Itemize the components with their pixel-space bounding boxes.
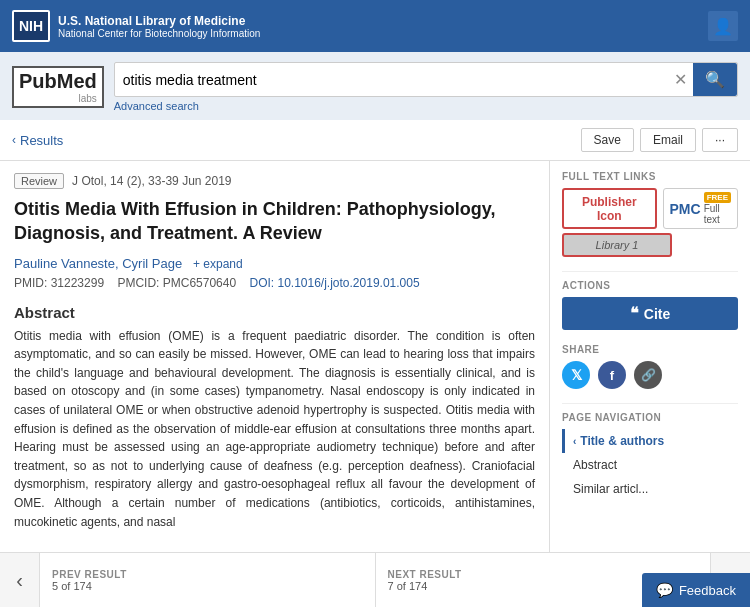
publisher-icon-button[interactable]: Publisher Icon bbox=[562, 188, 657, 229]
share-title: SHARE bbox=[562, 344, 738, 355]
org-name: U.S. National Library of Medicine bbox=[58, 14, 260, 28]
twitter-share-button[interactable]: 𝕏 bbox=[562, 361, 590, 389]
bottom-nav: ‹ PREV RESULT 5 of 174 NEXT RESULT 7 of … bbox=[0, 552, 750, 607]
feedback-label: Feedback bbox=[679, 583, 736, 598]
pubmed-logo: PubMed labs bbox=[12, 66, 104, 108]
review-tag: Review bbox=[14, 173, 64, 189]
email-button[interactable]: Email bbox=[640, 128, 696, 152]
divider-2 bbox=[562, 403, 738, 404]
main-content: Review J Otol, 14 (2), 33-39 Jun 2019 Ot… bbox=[0, 161, 750, 604]
search-area: PubMed labs ✕ 🔍 Advanced search bbox=[0, 52, 750, 120]
nav-similar[interactable]: Similar articl... bbox=[562, 477, 738, 501]
pmid: PMID: 31223299 bbox=[14, 276, 104, 290]
page-nav-title: PAGE NAVIGATION bbox=[562, 412, 738, 423]
search-input[interactable] bbox=[115, 66, 668, 94]
search-icon: 🔍 bbox=[705, 71, 725, 88]
logo-top-row: PubMed bbox=[19, 70, 97, 93]
quote-icon: ❝ bbox=[630, 304, 639, 323]
feedback-button[interactable]: 💬 Feedback bbox=[642, 573, 750, 607]
med-text: Med bbox=[57, 70, 97, 93]
nav-title-authors-label: Title & authors bbox=[580, 434, 664, 448]
library-button[interactable]: Library 1 bbox=[562, 233, 672, 257]
cite-button[interactable]: ❝ Cite bbox=[562, 297, 738, 330]
prev-button[interactable]: ‹ bbox=[0, 553, 40, 607]
prev-chevron-icon: ‹ bbox=[16, 569, 23, 592]
search-box-wrap: ✕ 🔍 Advanced search bbox=[114, 62, 738, 112]
full-text-links: Publisher Icon PMC FREE Full text Librar… bbox=[562, 188, 738, 257]
article-journal: J Otol, 14 (2), 33-39 Jun 2019 bbox=[72, 174, 231, 188]
user-account-button[interactable]: 👤 bbox=[708, 11, 738, 41]
back-to-results-button[interactable]: ‹ Results bbox=[12, 133, 581, 148]
link-icon: 🔗 bbox=[641, 368, 656, 382]
free-badge: FREE bbox=[704, 192, 731, 203]
expand-authors-link[interactable]: + expand bbox=[193, 257, 243, 271]
nav-title-authors[interactable]: ‹ Title & authors bbox=[562, 429, 738, 453]
toolbar-actions: Save Email ··· bbox=[581, 128, 738, 152]
clear-button[interactable]: ✕ bbox=[668, 70, 693, 89]
twitter-icon: 𝕏 bbox=[571, 367, 582, 383]
nih-badge: NIH bbox=[12, 10, 50, 42]
pmc-label: PMC bbox=[670, 201, 701, 217]
more-button[interactable]: ··· bbox=[702, 128, 738, 152]
results-label: Results bbox=[20, 133, 63, 148]
authors-text: Pauline Vanneste, Cyril Page bbox=[14, 256, 182, 271]
prev-count: 5 of 174 bbox=[52, 580, 363, 592]
feedback-icon: 💬 bbox=[656, 582, 673, 598]
article-content: Review J Otol, 14 (2), 33-39 Jun 2019 Ot… bbox=[0, 161, 550, 604]
pmc-button[interactable]: PMC FREE Full text bbox=[663, 188, 738, 229]
pmcid: PMCID: PMC6570640 bbox=[117, 276, 236, 290]
sidebar: FULL TEXT LINKS Publisher Icon PMC FREE … bbox=[550, 161, 750, 604]
advanced-search-link[interactable]: Advanced search bbox=[114, 100, 738, 112]
prev-label: PREV RESULT bbox=[52, 569, 363, 580]
abstract-title: Abstract bbox=[14, 304, 535, 321]
page-nav-section: PAGE NAVIGATION ‹ Title & authors Abstra… bbox=[562, 412, 738, 501]
article-title: Otitis Media With Effusion in Children: … bbox=[14, 197, 535, 246]
facebook-icon: f bbox=[610, 368, 614, 383]
chevron-icon: ‹ bbox=[573, 436, 576, 447]
facebook-share-button[interactable]: f bbox=[598, 361, 626, 389]
doi-link[interactable]: DOI: 10.1016/j.joto.2019.01.005 bbox=[249, 276, 419, 290]
search-button[interactable]: 🔍 bbox=[693, 63, 737, 96]
share-icons: 𝕏 f 🔗 bbox=[562, 361, 738, 389]
logo-wrap: PubMed labs bbox=[19, 70, 97, 104]
save-button[interactable]: Save bbox=[581, 128, 634, 152]
abstract-text: Otitis media with effusion (OME) is a fr… bbox=[14, 327, 535, 532]
chevron-left-icon: ‹ bbox=[12, 133, 16, 147]
link-share-button[interactable]: 🔗 bbox=[634, 361, 662, 389]
pub-text: Pub bbox=[19, 70, 57, 93]
full-text-label: Full text bbox=[704, 203, 731, 225]
labs-text: labs bbox=[19, 93, 97, 104]
cite-label: Cite bbox=[644, 306, 670, 322]
article-tags: Review J Otol, 14 (2), 33-39 Jun 2019 bbox=[14, 173, 535, 189]
org-sub: National Center for Biotechnology Inform… bbox=[58, 28, 260, 39]
full-text-links-title: FULL TEXT LINKS bbox=[562, 171, 738, 182]
bottom-mid: PREV RESULT 5 of 174 NEXT RESULT 7 of 17… bbox=[40, 553, 710, 607]
toolbar: ‹ Results Save Email ··· bbox=[0, 120, 750, 161]
article-ids: PMID: 31223299 PMCID: PMC6570640 DOI: 10… bbox=[14, 276, 535, 290]
header-left: NIH U.S. National Library of Medicine Na… bbox=[12, 10, 260, 42]
user-icon: 👤 bbox=[713, 17, 733, 36]
nih-logo: NIH U.S. National Library of Medicine Na… bbox=[12, 10, 260, 42]
actions-title: ACTIONS bbox=[562, 280, 738, 291]
nav-abstract-label: Abstract bbox=[573, 458, 617, 472]
nih-text: U.S. National Library of Medicine Nation… bbox=[58, 14, 260, 39]
article-authors: Pauline Vanneste, Cyril Page + expand bbox=[14, 256, 535, 271]
header: NIH U.S. National Library of Medicine Na… bbox=[0, 0, 750, 52]
share-section: SHARE 𝕏 f 🔗 bbox=[562, 344, 738, 389]
nav-similar-label: Similar articl... bbox=[573, 482, 648, 496]
ft-row: Publisher Icon PMC FREE Full text bbox=[562, 188, 738, 229]
search-input-row: ✕ 🔍 bbox=[114, 62, 738, 97]
divider-1 bbox=[562, 271, 738, 272]
nav-abstract[interactable]: Abstract bbox=[562, 453, 738, 477]
prev-result-info: PREV RESULT 5 of 174 bbox=[40, 553, 376, 607]
